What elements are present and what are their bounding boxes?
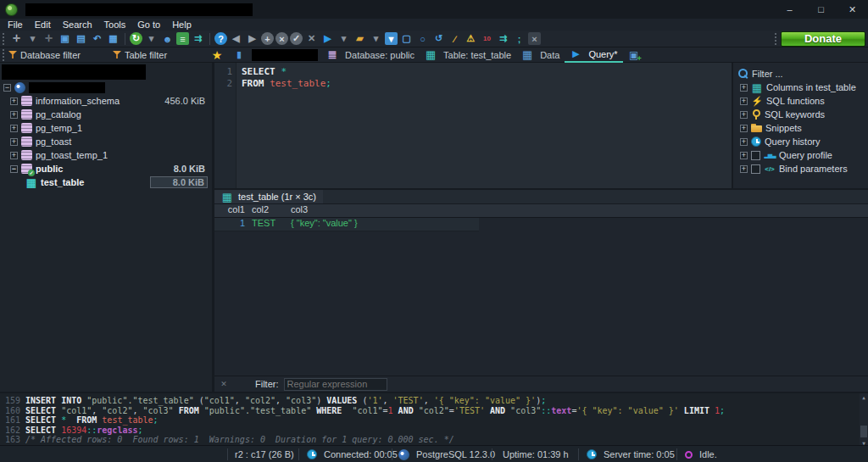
expand-icon[interactable]: + — [740, 138, 748, 146]
expand-icon[interactable]: + — [10, 138, 18, 146]
paste-icon[interactable]: ▤ — [74, 32, 88, 46]
host-tab-icon[interactable] — [233, 49, 245, 60]
expand-icon[interactable]: + — [10, 111, 18, 119]
helper-item-query-profile[interactable]: +Query profile — [733, 148, 868, 162]
table-filter-label[interactable]: Table filter — [125, 50, 167, 60]
expand-icon[interactable]: + — [740, 111, 748, 119]
clear-filter-icon[interactable] — [218, 379, 230, 390]
collapse-icon[interactable]: − — [10, 165, 18, 173]
tree-item-test_table[interactable]: test_table8.0 KiB — [0, 175, 212, 189]
menu-item-search[interactable]: Search — [57, 19, 98, 31]
semicolon-icon[interactable]: ; — [512, 32, 526, 46]
tab-query-[interactable]: Query* — [565, 47, 622, 63]
helper-item-snippets[interactable]: +Snippets — [733, 121, 868, 135]
sql-editor[interactable]: 12 SELECT *FROM test_table; — [214, 63, 732, 188]
open-dropdown-icon[interactable]: ▾ — [369, 32, 383, 46]
donate-button[interactable]: Donate — [781, 31, 865, 47]
helper-item-sql-keywords[interactable]: +SQL keywords — [733, 108, 868, 121]
sql-log[interactable]: 159INSERT INTO "public"."test_table" ("c… — [0, 392, 868, 445]
column-header-col2[interactable]: col2 — [250, 204, 289, 217]
post-edit-icon[interactable]: ✓ — [290, 32, 303, 45]
log-scrollbar[interactable]: ▲ ▼ — [860, 393, 868, 445]
find-icon[interactable]: ○ — [415, 32, 430, 46]
table-row[interactable]: 1TEST{ "key": "value" } — [214, 218, 479, 231]
result-tab[interactable]: test_table (1r × 3c) — [214, 190, 323, 203]
disconnect-icon[interactable]: ✛ — [42, 32, 56, 46]
menu-item-file[interactable]: File — [2, 19, 29, 31]
tab-data[interactable]: Data — [516, 47, 565, 63]
snippet-save-icon[interactable]: ▢ — [399, 32, 414, 46]
editor-code[interactable]: SELECT *FROM test_table; — [236, 63, 331, 188]
scroll-thumb[interactable] — [860, 426, 867, 437]
stop-icon[interactable]: ✕ — [304, 32, 319, 46]
import-icon[interactable]: ⇉ — [191, 32, 205, 46]
maximize-button[interactable]: □ — [805, 0, 837, 19]
collapse-icon[interactable]: − — [3, 84, 11, 92]
tree-item-pg_temp_1[interactable]: +pg_temp_1 — [0, 121, 212, 135]
copy-icon[interactable]: ▣ — [58, 32, 72, 46]
helper-item-query-history[interactable]: +Query history — [733, 135, 868, 148]
indent-icon[interactable]: ⇉ — [496, 32, 510, 46]
result-filter-input[interactable] — [284, 378, 387, 391]
help-icon[interactable]: ? — [214, 32, 227, 45]
scroll-up-icon[interactable]: ▲ — [860, 393, 868, 401]
open-file-icon[interactable]: ▰ — [353, 32, 367, 46]
helpers-filter-label[interactable]: Filter ... — [752, 69, 783, 79]
tree-root-row[interactable]: − — [0, 81, 212, 94]
helper-item-sql-functions[interactable]: +SQL functions — [733, 94, 868, 108]
redacted-session-selector[interactable] — [2, 64, 146, 80]
run-dropdown-icon[interactable]: ▾ — [337, 32, 351, 46]
database-filter-label[interactable]: Database filter — [20, 50, 81, 60]
tree-item-information_schema[interactable]: +information_schema456.0 KiB — [0, 94, 212, 108]
refresh-icon[interactable]: ↻ — [130, 32, 142, 45]
favorites-star-icon[interactable] — [211, 49, 223, 60]
donate-grip[interactable] — [775, 33, 778, 45]
expand-icon[interactable]: + — [740, 84, 748, 92]
expand-icon[interactable]: + — [740, 125, 748, 132]
expand-icon[interactable]: + — [740, 152, 748, 159]
undo-icon[interactable]: ↶ — [90, 32, 104, 46]
menu-item-edit[interactable]: Edit — [29, 19, 57, 31]
user-manager-icon[interactable]: ☻ — [160, 32, 175, 46]
tab-database-public[interactable]: Database: public — [321, 47, 420, 63]
expand-icon[interactable]: + — [740, 165, 748, 173]
refresh-dropdown-icon[interactable]: ▾ — [144, 32, 159, 46]
filter-grip[interactable] — [3, 49, 6, 61]
cell-col3[interactable]: { "key": "value" } — [289, 218, 476, 231]
connect-icon[interactable]: ✛ — [9, 32, 24, 46]
helper-item-columns-in-test-table[interactable]: +Columns in test_table — [733, 81, 868, 94]
expand-icon[interactable]: + — [10, 97, 18, 105]
tree-item-pg_toast_temp_1[interactable]: +pg_toast_temp_1 — [0, 148, 212, 162]
insert-row-icon[interactable]: + — [261, 32, 274, 45]
binary-icon[interactable]: 10 — [480, 32, 494, 46]
menu-item-tools[interactable]: Tools — [98, 19, 132, 31]
minimize-button[interactable]: – — [774, 0, 805, 19]
column-header-col3[interactable]: col3 — [289, 204, 476, 217]
new-query-tab-icon[interactable] — [628, 49, 640, 60]
tab-table-test-table[interactable]: Table: test_table — [420, 47, 516, 63]
redacted-session-tab[interactable] — [252, 49, 318, 61]
run-query-icon[interactable]: ▶ — [320, 32, 335, 46]
save-icon[interactable]: ▼ — [385, 32, 398, 45]
column-header-col1[interactable]: col1 — [214, 204, 250, 217]
helper-item-bind-parameters[interactable]: +Bind parameters — [733, 162, 868, 175]
close-tab-icon[interactable]: × — [528, 32, 541, 45]
connect-dropdown-icon[interactable]: ▾ — [25, 32, 40, 46]
checkbox[interactable] — [751, 164, 760, 174]
cell-col2[interactable]: TEST — [250, 218, 289, 231]
print-icon[interactable]: ▦ — [106, 32, 120, 46]
cell-col1[interactable]: 1 — [214, 218, 250, 231]
toolbar-grip[interactable] — [3, 33, 6, 45]
expand-icon[interactable]: + — [10, 152, 18, 159]
cancel-edit-icon[interactable]: × — [275, 32, 288, 45]
clean-icon[interactable]: ∕ — [448, 32, 462, 46]
expand-icon[interactable]: + — [10, 125, 18, 132]
menu-item-help[interactable]: Help — [166, 19, 198, 31]
warning-icon[interactable]: ⚠ — [464, 32, 478, 46]
close-button[interactable]: ✕ — [837, 0, 868, 19]
last-result-icon[interactable]: ▶ — [245, 32, 259, 46]
expand-icon[interactable]: + — [740, 97, 748, 105]
scroll-down-icon[interactable]: ▼ — [860, 439, 868, 445]
tree-item-pg_toast[interactable]: +pg_toast — [0, 135, 212, 148]
first-result-icon[interactable]: ◀ — [229, 32, 243, 46]
